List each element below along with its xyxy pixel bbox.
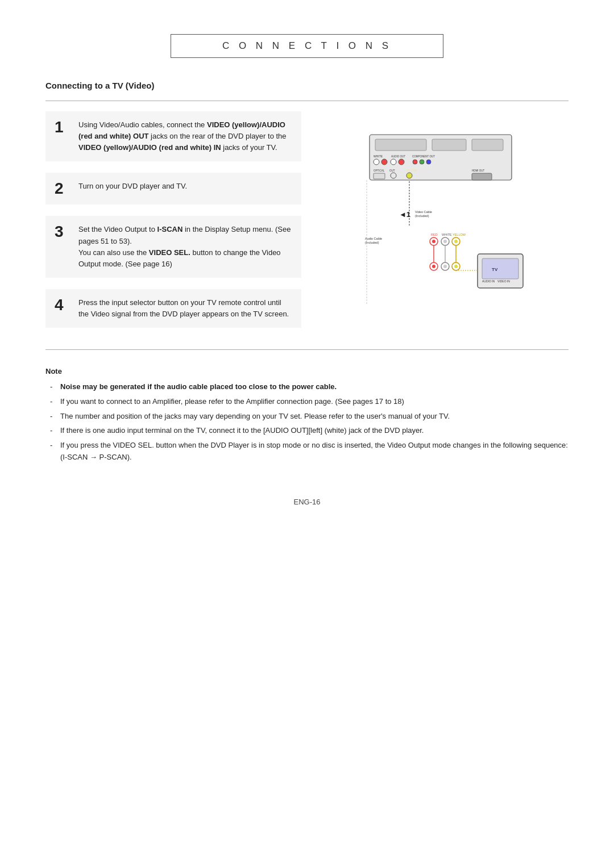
note-item-1: - Noise may be generated if the audio ca… xyxy=(50,381,569,393)
note-item-5: - If you press the VIDEO SEL. button whe… xyxy=(50,440,569,464)
connection-diagram: WHITE AUDIO OUT COMPONENT OUT OPTICAL OU… xyxy=(352,129,534,322)
page-title: C O N N E C T I O N S xyxy=(222,40,392,51)
svg-text:COMPONENT OUT: COMPONENT OUT xyxy=(412,155,435,158)
diagram-column: WHITE AUDIO OUT COMPONENT OUT OPTICAL OU… xyxy=(318,111,569,339)
svg-text:(Included): (Included) xyxy=(415,214,429,218)
note-title: Note xyxy=(45,366,569,378)
step-3-text: Set the Video Output to I-SCAN in the Di… xyxy=(78,224,292,270)
step-1-text: Using Video/Audio cables, connect the VI… xyxy=(78,119,292,153)
step-4: 4 Press the input selector button on you… xyxy=(45,289,301,328)
svg-text:AUDIO IN: AUDIO IN xyxy=(482,279,495,283)
step-3: 3 Set the Video Output to I-SCAN in the … xyxy=(45,216,301,278)
svg-point-11 xyxy=(413,160,417,164)
steps-column: 1 Using Video/Audio cables, connect the … xyxy=(45,111,318,339)
page-number: ENG-16 xyxy=(45,498,569,506)
step-4-text: Press the input selector button on your … xyxy=(78,297,292,320)
note-section: Note - Noise may be generated if the aud… xyxy=(45,366,569,464)
svg-point-19 xyxy=(406,173,412,178)
svg-point-45 xyxy=(454,265,458,268)
svg-point-33 xyxy=(443,240,447,243)
note-item-2: - If you want to connect to an Amplifier… xyxy=(50,396,569,408)
content-area: 1 Using Video/Audio cables, connect the … xyxy=(45,101,569,350)
svg-text:AUDIO OUT: AUDIO OUT xyxy=(391,155,405,158)
step-4-number: 4 xyxy=(55,297,70,313)
note-item-3: - The number and position of the jacks m… xyxy=(50,411,569,423)
svg-point-9 xyxy=(399,159,404,165)
svg-rect-21 xyxy=(472,173,492,180)
page-title-box: C O N N E C T I O N S xyxy=(171,34,443,58)
svg-point-8 xyxy=(391,159,396,165)
step-1-number: 1 xyxy=(55,119,70,135)
section-title: Connecting to a TV (Video) xyxy=(45,81,569,90)
svg-text:◄1: ◄1 xyxy=(399,210,410,219)
svg-point-36 xyxy=(454,240,458,243)
svg-text:YELLOW: YELLOW xyxy=(453,233,466,236)
svg-text:Audio Cable: Audio Cable xyxy=(365,237,382,240)
note-item-4: - If there is one audio input terminal o… xyxy=(50,425,569,437)
svg-text:WHITE: WHITE xyxy=(374,155,383,158)
svg-text:OUT: OUT xyxy=(389,169,395,172)
svg-text:Video Cable: Video Cable xyxy=(415,210,432,214)
svg-point-13 xyxy=(426,160,431,164)
step-2-number: 2 xyxy=(55,181,70,197)
svg-point-5 xyxy=(374,159,379,165)
svg-point-30 xyxy=(432,240,435,243)
svg-text:OPTICAL: OPTICAL xyxy=(374,169,385,172)
svg-point-41 xyxy=(432,265,435,268)
step-2: 2 Turn on your DVD player and TV. xyxy=(45,173,301,205)
svg-rect-2 xyxy=(432,139,466,151)
svg-text:(Included): (Included) xyxy=(365,241,379,244)
svg-point-12 xyxy=(420,160,424,164)
step-2-text: Turn on your DVD player and TV. xyxy=(78,181,187,192)
svg-text:HDMI OUT: HDMI OUT xyxy=(472,169,484,172)
step-1: 1 Using Video/Audio cables, connect the … xyxy=(45,111,301,161)
svg-rect-1 xyxy=(375,139,426,151)
step-3-number: 3 xyxy=(55,224,70,240)
svg-text:RED: RED xyxy=(431,233,438,236)
svg-text:YELLOW: YELLOW xyxy=(406,169,418,172)
svg-rect-3 xyxy=(472,139,503,151)
svg-text:WHITE: WHITE xyxy=(442,233,452,236)
svg-rect-15 xyxy=(374,173,385,179)
svg-text:TV: TV xyxy=(492,267,498,272)
svg-rect-47 xyxy=(482,258,518,279)
svg-point-6 xyxy=(381,159,387,165)
svg-point-17 xyxy=(391,173,396,178)
svg-text:VIDEO IN: VIDEO IN xyxy=(497,279,510,283)
svg-point-43 xyxy=(443,265,447,268)
